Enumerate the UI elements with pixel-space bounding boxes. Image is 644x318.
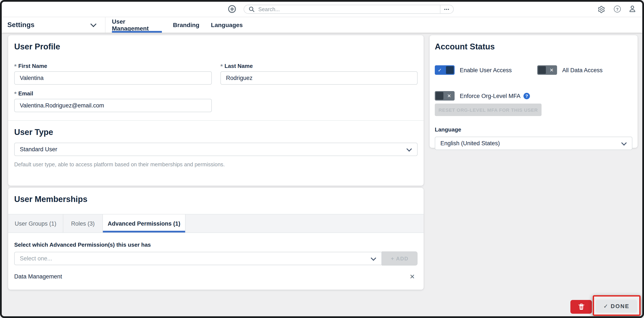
done-label: DONE	[611, 303, 629, 310]
user-profile-card: User Profile *First Name *Last Name *Ema…	[8, 35, 424, 186]
mfa-help-icon[interactable]: ?	[524, 93, 530, 99]
check-icon: ✓	[604, 303, 608, 310]
global-search: •••	[244, 5, 454, 14]
enforce-mfa-toggle[interactable]: ✕	[435, 91, 454, 101]
add-permission-button[interactable]: + ADD	[382, 251, 418, 266]
settings-label: Settings	[7, 21, 34, 28]
section-divider	[8, 120, 424, 121]
enable-user-access-group: ✓ Enable User Access	[435, 65, 537, 75]
enable-user-access-label: Enable User Access	[460, 67, 512, 73]
enable-user-access-toggle[interactable]: ✓	[435, 65, 454, 75]
x-icon: ✕	[550, 65, 554, 75]
user-type-value: Standard User	[20, 146, 57, 153]
advanced-permissions-label: Select which Advanced Permission(s) this…	[14, 242, 418, 248]
tab-advanced-permissions[interactable]: Advanced Permissions (1)	[103, 214, 186, 232]
language-value: English (United States)	[440, 140, 500, 147]
chevron-down-icon	[621, 140, 626, 146]
annotation-highlight-box: ✓ DONE	[593, 295, 640, 316]
nav-row: Settings User Management Branding Langua…	[2, 17, 642, 33]
all-data-access-label: All Data Access	[562, 67, 603, 73]
main-content: User Profile *First Name *Last Name *Ema…	[2, 33, 642, 316]
user-type-title: User Type	[14, 128, 418, 137]
add-new-icon[interactable]	[228, 5, 236, 13]
required-marker: *	[14, 90, 16, 97]
first-name-field[interactable]	[14, 71, 212, 85]
account-status-card: Account Status ✓ Enable User Access ✕ Al…	[430, 35, 638, 148]
top-bar: ••• ?	[2, 2, 642, 17]
user-profile-title: User Profile	[14, 42, 418, 52]
enforce-mfa-group: ✕ Enforce Org-Level MFA ?	[435, 91, 632, 101]
reset-mfa-button[interactable]: RESET ORG-LEVEL MFA FOR THIS USER	[435, 104, 542, 116]
first-name-group: *First Name	[14, 63, 212, 85]
last-name-group: *Last Name	[220, 63, 418, 85]
user-type-select[interactable]: Standard User	[14, 143, 418, 156]
required-marker: *	[220, 63, 223, 70]
help-icon[interactable]: ?	[614, 5, 621, 12]
chevron-down-icon	[371, 255, 376, 261]
search-icon	[249, 6, 254, 12]
toggle-knob	[446, 66, 454, 74]
permission-select-placeholder: Select one...	[20, 255, 52, 262]
email-group: *Email	[14, 90, 212, 112]
last-name-label: *Last Name	[220, 63, 418, 70]
language-label: Language	[435, 126, 632, 133]
search-input[interactable]	[258, 6, 440, 13]
search-more-icon[interactable]: •••	[440, 7, 453, 11]
account-status-title: Account Status	[435, 42, 632, 52]
settings-dropdown[interactable]: Settings	[2, 17, 106, 33]
trash-icon	[578, 303, 584, 310]
done-button[interactable]: ✓ DONE	[596, 300, 637, 313]
enforce-mfa-label: Enforce Org-Level MFA	[460, 93, 520, 99]
permission-name: Data Management	[14, 273, 62, 280]
tab-roles[interactable]: Roles (3)	[63, 214, 103, 232]
user-profile-icon[interactable]	[628, 5, 636, 13]
toggle-knob	[436, 92, 444, 100]
all-data-access-group: ✕ All Data Access	[537, 65, 603, 75]
user-type-helper: Default user type, able to access platfo…	[14, 161, 418, 167]
gear-icon[interactable]	[598, 5, 605, 13]
x-icon: ✕	[447, 91, 451, 101]
membership-tabs: User Groups (1) Roles (3) Advanced Permi…	[8, 214, 424, 233]
tab-user-groups[interactable]: User Groups (1)	[8, 214, 63, 232]
check-icon: ✓	[438, 65, 442, 75]
top-tabs: User Management Branding Languages	[105, 17, 642, 33]
permission-select-row: Select one... + ADD	[14, 252, 418, 266]
plus-icon: +	[391, 256, 394, 262]
all-data-access-toggle[interactable]: ✕	[537, 65, 557, 75]
chevron-down-icon	[90, 21, 96, 27]
tab-branding[interactable]: Branding	[171, 17, 202, 33]
toggle-knob	[538, 66, 546, 74]
required-marker: *	[14, 63, 16, 70]
language-select[interactable]: English (United States)	[435, 137, 632, 150]
chevron-down-icon	[406, 146, 412, 152]
permission-list-item: Data Management ✕	[14, 273, 415, 280]
tab-languages[interactable]: Languages	[210, 17, 244, 33]
help-glyph: ?	[616, 7, 618, 11]
email-field[interactable]	[14, 99, 212, 112]
permission-select[interactable]: Select one...	[14, 252, 382, 265]
user-memberships-card: User Memberships User Groups (1) Roles (…	[8, 188, 424, 290]
app-window: ••• ? Settings User Management Branding …	[0, 0, 644, 318]
first-name-label: *First Name	[14, 63, 212, 70]
user-memberships-title: User Memberships	[14, 195, 424, 204]
remove-permission-icon[interactable]: ✕	[410, 273, 415, 280]
email-label: *Email	[14, 90, 212, 97]
tab-user-management[interactable]: User Management	[112, 17, 162, 33]
delete-user-button[interactable]	[570, 300, 592, 314]
last-name-field[interactable]	[220, 71, 418, 85]
